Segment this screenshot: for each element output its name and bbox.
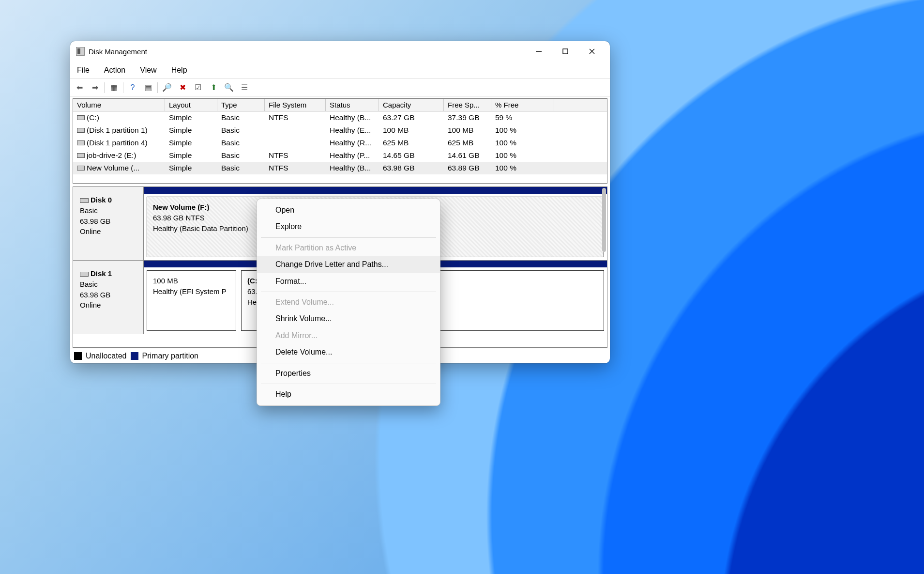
maximize-button[interactable] [552,41,578,62]
context-menu-separator [261,237,436,238]
volume-list-body: (C:)SimpleBasicNTFSHealthy (B...63.27 GB… [73,111,607,183]
column-volume[interactable]: Volume [73,99,165,111]
disk-icon [77,153,85,158]
forward-icon[interactable]: ➡ [89,81,101,94]
back-icon[interactable]: ⬅ [73,81,86,94]
disk-icon [80,198,89,203]
menu-file[interactable]: File [75,64,91,77]
context-menu-separator [261,363,436,363]
context-menu-separator [261,384,436,384]
context-menu-item: Add Mirror... [257,327,440,344]
disk-label[interactable]: Disk 0Basic63.98 GBOnline [73,187,144,260]
app-icon [76,47,85,56]
column-capacity[interactable]: Capacity [379,99,444,111]
column-filesystem[interactable]: File System [265,99,326,111]
close-button[interactable] [578,41,605,62]
partition[interactable]: (C:)63.2Hea [241,270,258,331]
context-menu-item[interactable]: Format... [257,273,440,290]
context-menu-item: Mark Partition as Active [257,240,440,256]
legend-unallocated-label: Unallocated [86,352,127,360]
scrollbar[interactable] [602,188,606,252]
minimize-button[interactable] [525,41,552,62]
view-icon[interactable]: ▦ [107,81,120,94]
volume-row[interactable]: job-drive-2 (E:)SimpleBasicNTFSHealthy (… [73,149,607,162]
menu-action[interactable]: Action [102,64,127,77]
volume-row[interactable]: (Disk 1 partition 1)SimpleBasicHealthy (… [73,124,607,137]
toolbar-separator [104,82,105,93]
up-icon[interactable]: ⬆ [207,81,220,94]
menu-help[interactable]: Help [169,64,189,77]
help-icon[interactable]: ? [126,81,139,94]
column-type[interactable]: Type [217,99,265,111]
column-fill [554,99,607,111]
menu-view[interactable]: View [138,64,158,77]
titlebar[interactable]: Disk Management [70,41,610,62]
volume-row[interactable]: (Disk 1 partition 4)SimpleBasicHealthy (… [73,137,607,149]
column-status[interactable]: Status [326,99,379,111]
column-pct-free[interactable]: % Free [491,99,554,111]
context-menu-item[interactable]: Change Drive Letter and Paths... [257,256,440,273]
column-free-space[interactable]: Free Sp... [444,99,491,111]
menubar: File Action View Help [70,62,610,79]
disk-icon [77,128,85,133]
window-title: Disk Management [89,47,147,56]
legend-primary-swatch [131,352,138,360]
context-menu-item[interactable]: Explore [257,218,440,235]
context-menu: OpenExploreMark Partition as ActiveChang… [257,199,440,406]
volume-row[interactable]: (C:)SimpleBasicNTFSHealthy (B...63.27 GB… [73,111,607,124]
settings-icon[interactable]: ▤ [142,81,154,94]
context-menu-item[interactable]: Help [257,386,440,403]
delete-icon[interactable]: ✖ [176,81,189,94]
toolbar-separator [157,82,158,93]
list-icon[interactable]: ☰ [238,81,251,94]
column-layout[interactable]: Layout [165,99,217,111]
volume-row[interactable]: New Volume (...SimpleBasicNTFSHealthy (B… [73,162,607,174]
check-icon[interactable]: ☑ [192,81,204,94]
context-menu-separator [261,292,436,292]
disk-icon [77,115,85,120]
context-menu-item: Extend Volume... [257,294,440,310]
disk-icon [77,166,85,171]
search-icon[interactable]: 🔍 [223,81,235,94]
disk-label[interactable]: Disk 1Basic63.98 GBOnline [73,261,144,334]
toolbar: ⬅ ➡ ▦ ? ▤ 🔎 ✖ ☑ ⬆ 🔍 ☰ [70,79,610,96]
toolbar-separator [123,82,123,93]
context-menu-item[interactable]: Properties [257,365,440,382]
partition[interactable]: 100 MBHealthy (EFI System P [147,270,236,331]
context-menu-item[interactable]: Shrink Volume... [257,310,440,327]
disk-icon [80,272,89,277]
legend-primary-label: Primary partition [142,352,198,360]
scan-icon[interactable]: 🔎 [161,81,173,94]
svg-rect-1 [563,49,568,54]
context-menu-item[interactable]: Open [257,202,440,218]
legend-unallocated-swatch [74,352,82,360]
volume-list-header: Volume Layout Type File System Status Ca… [73,99,607,111]
context-menu-item[interactable]: Delete Volume... [257,344,440,360]
disk-icon [77,140,85,145]
volume-list: Volume Layout Type File System Status Ca… [73,98,607,184]
